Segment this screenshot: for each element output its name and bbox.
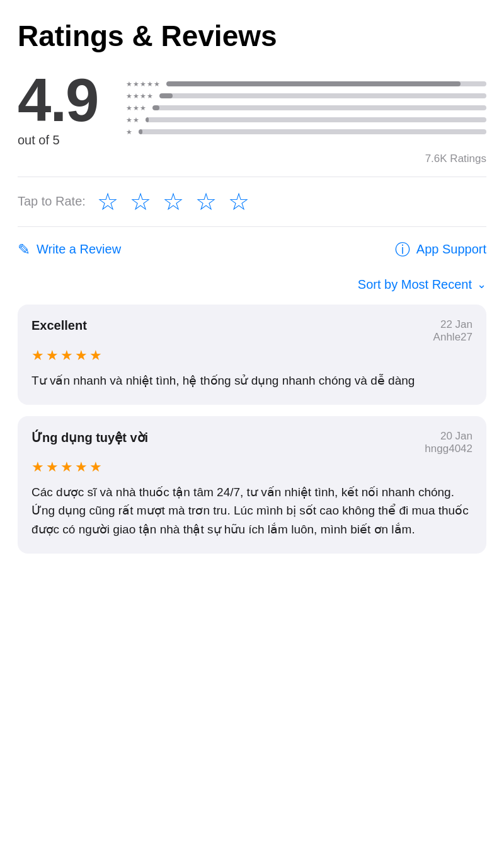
rate-star-2[interactable]: ☆ [130, 190, 151, 214]
ratings-count: 7.6K Ratings [18, 153, 486, 165]
review-star-icon: ★ [60, 347, 73, 364]
bar-stars-label: ★★★★★ [126, 80, 160, 88]
rating-overview: 4.9 out of 5 ★★★★★★★★★★★★★★★ [18, 70, 486, 148]
review-author: Anhle27 [433, 331, 472, 344]
review-star-icon: ★ [32, 459, 44, 475]
bar-fill [159, 93, 173, 98]
app-support-icon: ⓘ [395, 240, 410, 260]
review-star-icon: ★ [60, 459, 73, 475]
rating-bar-row: ★★ [126, 116, 486, 124]
review-card: Ứng dụng tuyệt vời20 Janhngg4042★★★★★Các… [18, 416, 486, 554]
rate-stars[interactable]: ☆ ☆ ☆ ☆ ☆ [97, 190, 249, 214]
rate-star-3[interactable]: ☆ [163, 190, 184, 214]
bar-star-icon: ★ [140, 80, 146, 88]
review-title: Excellent [32, 318, 87, 333]
review-star-icon: ★ [89, 459, 102, 475]
bar-fill [166, 81, 461, 86]
bar-track [166, 81, 486, 86]
bar-track [159, 93, 486, 98]
bar-stars-label: ★★★ [126, 104, 146, 112]
review-star-icon: ★ [46, 347, 59, 364]
bar-stars-label: ★★ [126, 116, 139, 124]
rating-bars: ★★★★★★★★★★★★★★★ [126, 70, 486, 140]
sort-label: Sort by Most Recent [358, 277, 472, 292]
actions-row: ✎ Write a Review ⓘ App Support [18, 240, 486, 260]
bar-fill [146, 117, 149, 122]
review-author: hngg4042 [425, 443, 472, 455]
bar-fill [139, 129, 142, 134]
rate-star-5[interactable]: ☆ [228, 190, 249, 214]
sort-chevron-icon: ⌄ [477, 277, 486, 291]
rating-bar-row: ★ [126, 128, 486, 136]
review-body: Tư vấn nhanh và nhiệt tình, hệ thống sử … [32, 371, 472, 390]
review-header: Ứng dụng tuyệt vời20 Janhngg4042 [32, 430, 472, 455]
bar-track [146, 117, 486, 122]
bar-star-icon: ★ [140, 104, 146, 112]
review-stars: ★★★★★ [32, 347, 472, 364]
app-support-button[interactable]: ⓘ App Support [395, 240, 486, 260]
sort-row: Sort by Most Recent ⌄ [18, 277, 486, 292]
app-support-label: App Support [416, 242, 486, 257]
rating-out-of: out of 5 [18, 133, 60, 148]
bar-star-icon: ★ [126, 116, 132, 124]
rate-star-1[interactable]: ☆ [97, 190, 118, 214]
write-review-label: Write a Review [37, 242, 121, 257]
review-header: Excellent22 JanAnhle27 [32, 318, 472, 344]
bar-star-icon: ★ [133, 104, 139, 112]
bar-star-icon: ★ [133, 80, 139, 88]
review-date: 22 Jan [433, 318, 472, 331]
review-star-icon: ★ [75, 459, 88, 475]
bar-star-icon: ★ [133, 92, 139, 100]
bar-star-icon: ★ [126, 128, 132, 136]
reviews-list: Excellent22 JanAnhle27★★★★★Tư vấn nhanh … [18, 305, 486, 554]
review-star-icon: ★ [89, 347, 102, 364]
bar-star-icon: ★ [140, 92, 146, 100]
bar-star-icon: ★ [126, 92, 132, 100]
rating-bar-row: ★★★★★ [126, 80, 486, 88]
rating-bar-row: ★★★ [126, 104, 486, 112]
page-title: Ratings & Reviews [18, 20, 486, 52]
rating-number: 4.9 [18, 70, 98, 131]
bar-star-icon: ★ [147, 80, 153, 88]
review-meta: 20 Janhngg4042 [425, 430, 472, 455]
review-star-icon: ★ [46, 459, 59, 475]
bar-star-icon: ★ [147, 92, 153, 100]
bar-stars-label: ★ [126, 128, 132, 136]
bar-star-icon: ★ [154, 80, 160, 88]
review-stars: ★★★★★ [32, 459, 472, 475]
bar-stars-label: ★★★★ [126, 92, 153, 100]
bar-star-icon: ★ [133, 116, 139, 124]
rating-big-score: 4.9 out of 5 [18, 70, 106, 148]
rating-bar-row: ★★★★ [126, 92, 486, 100]
review-body: Các dược sĩ và nhà thuốc tận tâm 24/7, t… [32, 483, 472, 538]
divider-1 [18, 177, 486, 177]
review-card: Excellent22 JanAnhle27★★★★★Tư vấn nhanh … [18, 305, 486, 405]
review-star-icon: ★ [32, 347, 44, 364]
tap-to-rate-label: Tap to Rate: [18, 194, 86, 209]
tap-to-rate-row: Tap to Rate: ☆ ☆ ☆ ☆ ☆ [18, 190, 486, 214]
bar-track [139, 129, 486, 134]
review-meta: 22 JanAnhle27 [433, 318, 472, 344]
rate-star-4[interactable]: ☆ [195, 190, 217, 214]
review-title: Ứng dụng tuyệt vời [32, 430, 148, 445]
sort-button[interactable]: Sort by Most Recent ⌄ [358, 277, 486, 292]
review-star-icon: ★ [75, 347, 88, 364]
write-review-button[interactable]: ✎ Write a Review [18, 241, 121, 259]
bar-star-icon: ★ [126, 104, 132, 112]
bar-star-icon: ★ [126, 80, 132, 88]
bar-track [152, 105, 486, 110]
write-review-icon: ✎ [18, 241, 30, 259]
divider-2 [18, 226, 486, 227]
bar-fill [152, 105, 159, 110]
review-date: 20 Jan [425, 430, 472, 443]
